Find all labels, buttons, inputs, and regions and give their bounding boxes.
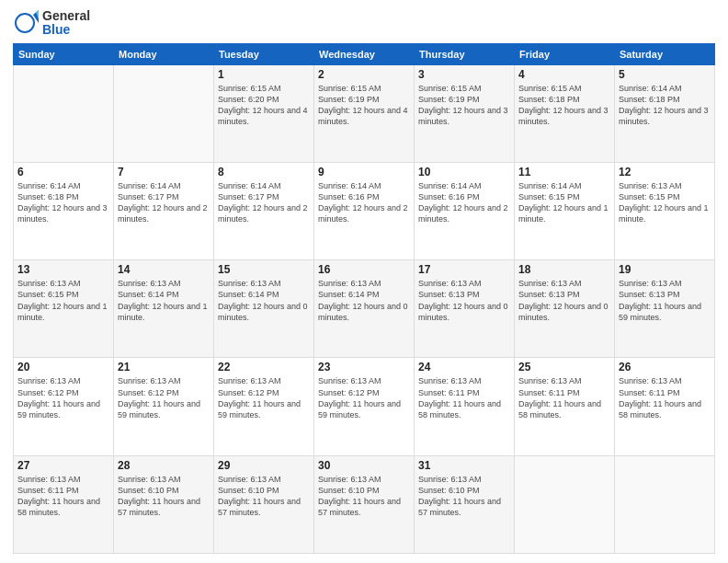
weekday-header-saturday: Saturday xyxy=(615,43,715,64)
svg-point-0 xyxy=(16,14,34,32)
day-info: Sunrise: 6:13 AM Sunset: 6:14 PM Dayligh… xyxy=(118,278,210,323)
calendar-cell: 13Sunrise: 6:13 AM Sunset: 6:15 PM Dayli… xyxy=(14,260,114,358)
calendar-cell: 11Sunrise: 6:14 AM Sunset: 6:15 PM Dayli… xyxy=(515,163,615,260)
week-row-4: 20Sunrise: 6:13 AM Sunset: 6:12 PM Dayli… xyxy=(14,358,715,455)
day-number: 14 xyxy=(118,263,210,276)
week-row-5: 27Sunrise: 6:13 AM Sunset: 6:11 PM Dayli… xyxy=(14,455,715,553)
weekday-header-row: SundayMondayTuesdayWednesdayThursdayFrid… xyxy=(14,43,715,64)
day-info: Sunrise: 6:13 AM Sunset: 6:14 PM Dayligh… xyxy=(218,278,310,323)
day-info: Sunrise: 6:13 AM Sunset: 6:10 PM Dayligh… xyxy=(318,474,410,519)
calendar-table: SundayMondayTuesdayWednesdayThursdayFrid… xyxy=(13,43,715,554)
calendar-cell: 5Sunrise: 6:14 AM Sunset: 6:18 PM Daylig… xyxy=(615,64,715,162)
logo-icon xyxy=(13,10,39,36)
day-info: Sunrise: 6:13 AM Sunset: 6:11 PM Dayligh… xyxy=(619,375,711,420)
day-number: 1 xyxy=(218,68,310,81)
weekday-header-friday: Friday xyxy=(515,43,615,64)
day-number: 30 xyxy=(318,459,410,472)
day-info: Sunrise: 6:14 AM Sunset: 6:16 PM Dayligh… xyxy=(418,180,510,225)
calendar-cell: 24Sunrise: 6:13 AM Sunset: 6:11 PM Dayli… xyxy=(415,358,515,455)
day-info: Sunrise: 6:13 AM Sunset: 6:11 PM Dayligh… xyxy=(518,375,610,420)
day-info: Sunrise: 6:15 AM Sunset: 6:19 PM Dayligh… xyxy=(418,83,510,128)
calendar-cell: 6Sunrise: 6:14 AM Sunset: 6:18 PM Daylig… xyxy=(14,163,114,260)
day-number: 9 xyxy=(318,166,410,178)
day-number: 19 xyxy=(619,263,711,276)
calendar-cell: 1Sunrise: 6:15 AM Sunset: 6:20 PM Daylig… xyxy=(214,64,314,162)
day-info: Sunrise: 6:13 AM Sunset: 6:12 PM Dayligh… xyxy=(17,375,109,420)
logo-general-text: General xyxy=(42,9,90,23)
day-info: Sunrise: 6:14 AM Sunset: 6:17 PM Dayligh… xyxy=(118,180,210,225)
day-info: Sunrise: 6:13 AM Sunset: 6:12 PM Dayligh… xyxy=(218,375,310,420)
day-number: 31 xyxy=(418,459,510,472)
calendar-cell: 12Sunrise: 6:13 AM Sunset: 6:15 PM Dayli… xyxy=(615,163,715,260)
calendar-cell: 7Sunrise: 6:14 AM Sunset: 6:17 PM Daylig… xyxy=(114,163,214,260)
day-info: Sunrise: 6:13 AM Sunset: 6:11 PM Dayligh… xyxy=(17,474,109,519)
day-number: 24 xyxy=(418,361,510,373)
calendar-cell: 30Sunrise: 6:13 AM Sunset: 6:10 PM Dayli… xyxy=(314,455,415,553)
day-info: Sunrise: 6:14 AM Sunset: 6:15 PM Dayligh… xyxy=(518,180,610,225)
day-number: 20 xyxy=(17,361,109,373)
day-number: 28 xyxy=(118,459,210,472)
day-info: Sunrise: 6:13 AM Sunset: 6:13 PM Dayligh… xyxy=(418,278,510,323)
calendar-cell xyxy=(114,64,214,162)
week-row-1: 1Sunrise: 6:15 AM Sunset: 6:20 PM Daylig… xyxy=(14,64,715,162)
day-number: 29 xyxy=(218,459,310,472)
day-info: Sunrise: 6:13 AM Sunset: 6:11 PM Dayligh… xyxy=(418,375,510,420)
calendar-cell: 31Sunrise: 6:13 AM Sunset: 6:10 PM Dayli… xyxy=(415,455,515,553)
day-info: Sunrise: 6:13 AM Sunset: 6:10 PM Dayligh… xyxy=(218,474,310,519)
day-number: 12 xyxy=(619,166,711,178)
day-number: 8 xyxy=(218,166,310,178)
calendar-cell: 14Sunrise: 6:13 AM Sunset: 6:14 PM Dayli… xyxy=(114,260,214,358)
calendar-cell xyxy=(515,455,615,553)
day-info: Sunrise: 6:13 AM Sunset: 6:15 PM Dayligh… xyxy=(619,180,711,225)
calendar-cell: 19Sunrise: 6:13 AM Sunset: 6:13 PM Dayli… xyxy=(615,260,715,358)
calendar-cell xyxy=(14,64,114,162)
day-info: Sunrise: 6:13 AM Sunset: 6:13 PM Dayligh… xyxy=(619,278,711,323)
day-number: 15 xyxy=(218,263,310,276)
day-number: 17 xyxy=(418,263,510,276)
day-info: Sunrise: 6:13 AM Sunset: 6:10 PM Dayligh… xyxy=(118,474,210,519)
day-info: Sunrise: 6:13 AM Sunset: 6:13 PM Dayligh… xyxy=(518,278,610,323)
day-number: 7 xyxy=(118,166,210,178)
day-info: Sunrise: 6:15 AM Sunset: 6:18 PM Dayligh… xyxy=(518,83,610,128)
calendar-cell: 27Sunrise: 6:13 AM Sunset: 6:11 PM Dayli… xyxy=(14,455,114,553)
day-number: 3 xyxy=(418,68,510,81)
week-row-2: 6Sunrise: 6:14 AM Sunset: 6:18 PM Daylig… xyxy=(14,163,715,260)
day-info: Sunrise: 6:14 AM Sunset: 6:17 PM Dayligh… xyxy=(218,180,310,225)
weekday-header-tuesday: Tuesday xyxy=(214,43,314,64)
calendar-cell: 25Sunrise: 6:13 AM Sunset: 6:11 PM Dayli… xyxy=(515,358,615,455)
day-number: 10 xyxy=(418,166,510,178)
calendar-cell: 9Sunrise: 6:14 AM Sunset: 6:16 PM Daylig… xyxy=(314,163,415,260)
calendar-body: 1Sunrise: 6:15 AM Sunset: 6:20 PM Daylig… xyxy=(14,64,715,553)
calendar-cell: 22Sunrise: 6:13 AM Sunset: 6:12 PM Dayli… xyxy=(214,358,314,455)
weekday-header-monday: Monday xyxy=(114,43,214,64)
day-number: 25 xyxy=(518,361,610,373)
calendar-cell: 29Sunrise: 6:13 AM Sunset: 6:10 PM Dayli… xyxy=(214,455,314,553)
calendar-cell: 2Sunrise: 6:15 AM Sunset: 6:19 PM Daylig… xyxy=(314,64,415,162)
day-number: 27 xyxy=(17,459,109,472)
day-info: Sunrise: 6:13 AM Sunset: 6:14 PM Dayligh… xyxy=(318,278,410,323)
calendar-cell: 21Sunrise: 6:13 AM Sunset: 6:12 PM Dayli… xyxy=(114,358,214,455)
calendar-cell: 17Sunrise: 6:13 AM Sunset: 6:13 PM Dayli… xyxy=(415,260,515,358)
day-info: Sunrise: 6:13 AM Sunset: 6:12 PM Dayligh… xyxy=(318,375,410,420)
day-number: 23 xyxy=(318,361,410,373)
day-info: Sunrise: 6:15 AM Sunset: 6:19 PM Dayligh… xyxy=(318,83,410,128)
top-section: GeneralBlue xyxy=(13,9,715,38)
calendar-cell xyxy=(615,455,715,553)
day-info: Sunrise: 6:13 AM Sunset: 6:10 PM Dayligh… xyxy=(418,474,510,519)
day-info: Sunrise: 6:13 AM Sunset: 6:15 PM Dayligh… xyxy=(17,278,109,323)
weekday-header-wednesday: Wednesday xyxy=(314,43,415,64)
day-number: 6 xyxy=(17,166,109,178)
calendar-header: SundayMondayTuesdayWednesdayThursdayFrid… xyxy=(14,43,715,64)
day-number: 2 xyxy=(318,68,410,81)
page: GeneralBlue SundayMondayTuesdayWednesday… xyxy=(0,0,728,563)
weekday-header-sunday: Sunday xyxy=(14,43,114,64)
week-row-3: 13Sunrise: 6:13 AM Sunset: 6:15 PM Dayli… xyxy=(14,260,715,358)
day-number: 22 xyxy=(218,361,310,373)
day-number: 16 xyxy=(318,263,410,276)
logo-blue-text: Blue xyxy=(42,23,90,37)
day-info: Sunrise: 6:14 AM Sunset: 6:18 PM Dayligh… xyxy=(619,83,711,128)
day-number: 4 xyxy=(518,68,610,81)
day-info: Sunrise: 6:14 AM Sunset: 6:18 PM Dayligh… xyxy=(17,180,109,225)
calendar-cell: 20Sunrise: 6:13 AM Sunset: 6:12 PM Dayli… xyxy=(14,358,114,455)
day-info: Sunrise: 6:14 AM Sunset: 6:16 PM Dayligh… xyxy=(318,180,410,225)
